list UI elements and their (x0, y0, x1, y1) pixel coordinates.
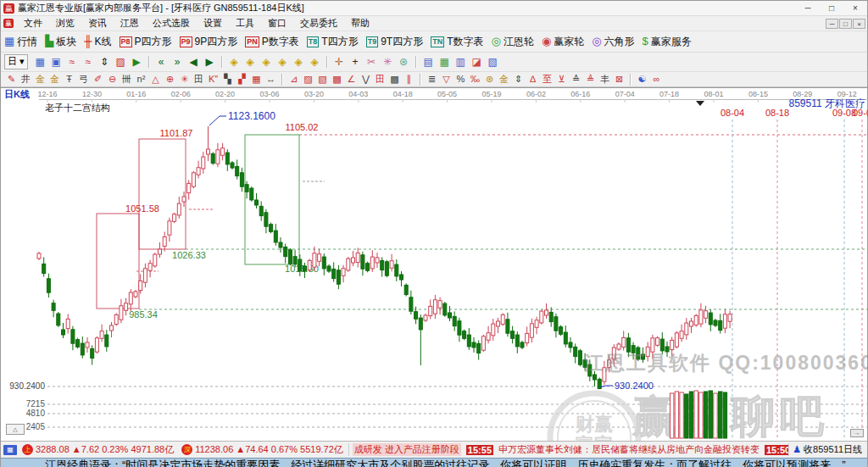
flower-tool-icon[interactable]: ⊛ (396, 54, 412, 69)
toolbar-button-行情[interactable]: ▦行情 (4, 34, 37, 49)
toolbar-button-T四方形[interactable]: T8T四方形 (307, 35, 359, 49)
window-grid-icon[interactable]: ▦ (32, 54, 48, 69)
angle-tool-icon-2[interactable]: ∠ (344, 73, 359, 86)
gann-diamond-icon-6[interactable]: ◈ (307, 54, 323, 69)
kline-chart[interactable]: 12-1612-3001-1602-0602-2003-0603-2004-03… (1, 88, 868, 441)
golden-section-icon-2[interactable]: 金 (47, 73, 62, 86)
fan-tool-icon-2[interactable]: ▧ (315, 73, 330, 86)
pencil-tool-icon[interactable]: ✎ (4, 73, 19, 86)
draw-tool-icon-41[interactable]: 丰 (598, 73, 612, 86)
menu-item-6[interactable]: 设置 (197, 16, 229, 31)
draw-tool-icon-6[interactable]: 弓 (76, 73, 91, 86)
draw-tool-icon-39[interactable]: ≙ (569, 73, 583, 86)
toolbar-button-P四方形[interactable]: P8P四方形 (120, 35, 172, 49)
percent-tool-icon[interactable]: % (453, 73, 468, 86)
trend-tool-icon-1[interactable]: ≈ (64, 54, 81, 69)
angle-tool-icon-1[interactable]: ⊿ (287, 73, 301, 86)
gann-diamond-icon-5[interactable]: ◈ (291, 54, 307, 69)
taiji-icon[interactable]: ☯ (635, 73, 649, 86)
draw-tool-icon-2[interactable]: 井 (19, 73, 33, 86)
crosshair-icon[interactable]: + (348, 54, 364, 69)
tools-icon[interactable]: ✳ (380, 54, 396, 69)
draw-tool-icon-27[interactable]: ▩ (387, 73, 402, 86)
maximize-button[interactable]: □ (820, 2, 843, 15)
gann-star-icon[interactable]: ✳ (177, 73, 192, 86)
draw-tool-icon-26[interactable]: 田 (373, 73, 387, 86)
sz-index-quote[interactable]: 11238.06 ▲74.64 0.67% 5519.72亿 (195, 443, 343, 456)
keyboard-wizard-icon[interactable]: ▦ (3, 445, 17, 455)
period-selector-dropdown[interactable]: 日 ▾ (4, 54, 28, 69)
golden-section-icon-1[interactable]: 金 (33, 73, 47, 86)
golden-section-icon-3[interactable]: 金 (497, 73, 511, 86)
gann-diamond-icon-4[interactable]: ◈ (275, 54, 291, 69)
trend-tool-icon-2[interactable]: ≈ (81, 54, 97, 69)
menu-item-1[interactable]: 文件 (17, 16, 49, 31)
draw-tool-icon-30[interactable]: ▽ (439, 73, 453, 86)
menu-item-3[interactable]: 资讯 (81, 16, 114, 31)
draw-tool-icon-8[interactable]: ⊖ (105, 73, 120, 86)
draw-tool-icon-38[interactable]: ⊻ (554, 73, 569, 86)
toolbar-button-江恩轮[interactable]: ◎江恩轮 (492, 34, 534, 49)
cut-tool-icon[interactable]: ✂ (364, 54, 380, 69)
fan-tool-icon-3[interactable]: ▩ (330, 73, 344, 86)
ticker-news-item[interactable]: 成研发 进入产品注册阶段 (353, 443, 461, 456)
draw-tool-icon-37[interactable]: 至 (540, 73, 554, 86)
toolbar-button-9T四方形[interactable]: T99T四方形 (366, 35, 424, 49)
mdi-restore-button[interactable]: □ (839, 19, 852, 29)
draw-tool-icon-7[interactable]: ✐ (91, 73, 105, 86)
draw-tool-icon-18[interactable]: ▦ (249, 73, 264, 86)
draw-tool-icon-35[interactable]: ⇕ (511, 73, 526, 86)
draw-tool-icon-42[interactable]: ⊠ (612, 73, 626, 86)
mdi-minimize-button[interactable]: ─ (826, 19, 838, 29)
chart-scroll-right-button[interactable]: → (850, 429, 864, 437)
printer-icon[interactable]: ▧ (485, 54, 501, 69)
toolbar-button-P数字表[interactable]: PNP数字表 (245, 35, 299, 49)
draw-tool-icon-5[interactable]: Ŧ (62, 73, 76, 86)
menu-item-8[interactable]: 窗口 (261, 16, 293, 31)
first-bar-icon[interactable]: « (153, 54, 170, 69)
draw-tool-icon-16[interactable]: ▚ (220, 73, 235, 86)
sh-index-quote[interactable]: 3288.08 ▲7.62 0.23% 4971.88亿 (36, 443, 174, 456)
menu-item-10[interactable]: 帮助 (344, 16, 376, 31)
mdi-close-button[interactable]: × (853, 19, 865, 29)
draw-tool-icon-36[interactable]: ∆ (526, 73, 540, 86)
toolbar-button-赢家轮[interactable]: ◉赢家轮 (542, 34, 584, 49)
menu-item-9[interactable]: 交易委托 (293, 16, 344, 31)
draw-tool-icon-33[interactable]: ⊛ (482, 73, 497, 86)
toolbar-button-赢家服务[interactable]: $赢家服务 (643, 34, 692, 49)
draw-tool-icon-11[interactable]: △ (148, 73, 163, 86)
panel-collapse-button[interactable]: △ (6, 424, 25, 435)
calendar-icon[interactable]: ▤ (420, 54, 437, 69)
close-button[interactable]: × (843, 2, 867, 15)
calculator-icon[interactable]: ▦ (437, 54, 453, 69)
parallel-lines-icon[interactable]: ∥ (402, 73, 416, 86)
next-bar-icon[interactable]: ▶ (202, 54, 218, 69)
scale-reset-icon[interactable]: ⇕ (97, 54, 113, 69)
draw-tool-icon-17[interactable]: ▞ (235, 73, 249, 86)
save-icon[interactable]: ◪ (469, 54, 485, 69)
pattern-icon[interactable]: ▨ (113, 54, 129, 69)
gann-diamond-icon-1[interactable]: ◈ (226, 54, 242, 69)
toolbar-button-T数字表[interactable]: TNT数字表 (431, 35, 483, 49)
toolbar-button-六角形[interactable]: ◎六角形 (592, 34, 634, 49)
draw-tool-icon-19[interactable]: ↔ (264, 73, 278, 86)
last-bar-icon[interactable]: » (170, 54, 186, 69)
gann-circle-icon[interactable]: ⊕ (163, 73, 177, 86)
draw-tool-icon-25[interactable]: ⋁ (359, 73, 373, 86)
draw-tool-icon-29[interactable]: ≣ (425, 73, 439, 86)
hand-tool-icon[interactable]: ✛ (331, 54, 348, 69)
draw-tool-icon-9[interactable]: 卌 (120, 73, 134, 86)
gann-diamond-icon-2[interactable]: ◈ (242, 54, 259, 69)
menu-item-7[interactable]: 工具 (229, 16, 261, 31)
menu-item-4[interactable]: 江恩 (114, 16, 146, 31)
fan-tool-icon-1[interactable]: ▨ (301, 73, 315, 86)
news-ticker[interactable]: 成研发 进入产品注册阶段15:55申万宏源董事长刘健：居民储蓄将继续从房地产向金… (348, 443, 788, 456)
info-panel-icon[interactable]: ▣ (48, 54, 64, 69)
prev-bar-icon[interactable]: ◀ (186, 54, 202, 69)
minimize-button[interactable]: ─ (796, 2, 820, 15)
menu-item-2[interactable]: 浏览 (49, 16, 81, 31)
toolbar-button-9P四方形[interactable]: P99P四方形 (180, 35, 238, 49)
square-of-nine-icon[interactable]: n² (134, 73, 148, 86)
gann-diamond-icon-3[interactable]: ◈ (259, 54, 275, 69)
play-flag-icon[interactable]: ▶ (129, 54, 145, 69)
